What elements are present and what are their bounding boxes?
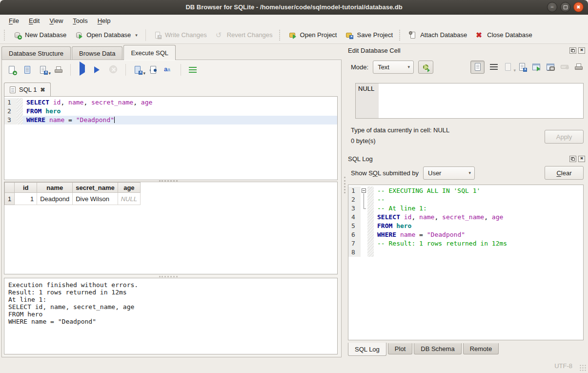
resize-grip[interactable]	[579, 364, 587, 372]
close-dock-icon[interactable]: ✖	[578, 156, 585, 162]
sql-editor[interactable]: 1SELECT id, name, secret_name, age2FROM …	[4, 96, 338, 180]
corner-header[interactable]	[5, 183, 15, 193]
save-sql-file-icon[interactable]: ▾	[38, 65, 48, 75]
print-icon[interactable]	[54, 65, 63, 75]
code-line[interactable]: 2--	[348, 195, 583, 204]
column-header-id[interactable]: id	[15, 183, 37, 193]
panel-tab-plot[interactable]: Plot	[388, 343, 412, 354]
panel-tab-remote[interactable]: Remote	[463, 343, 499, 354]
new-sql-tab-icon[interactable]	[7, 65, 17, 75]
execute-line-icon[interactable]	[93, 65, 103, 75]
code-line[interactable]: 4SELECT id, name, secret_name, age	[348, 213, 583, 222]
table-row: 1 1 Deadpond Dive Wilson NULL	[5, 193, 141, 205]
column-header-secret-name[interactable]: secret_name	[73, 183, 118, 193]
import-data-icon[interactable]: ▾	[503, 62, 513, 72]
menu-edit[interactable]: Edit	[24, 16, 44, 26]
execution-message[interactable]: Execution finished without errors. Resul…	[4, 278, 338, 354]
column-header-name[interactable]: name	[37, 183, 73, 193]
open-database-button[interactable]: Open Database ▾	[71, 29, 142, 41]
close-button[interactable]: ✖	[573, 2, 584, 12]
code-line[interactable]: 1SELECT id, name, secret_name, age	[4, 98, 337, 107]
write-changes-button[interactable]: Write Changes	[149, 29, 211, 41]
close-icon: ✖	[576, 5, 580, 10]
cell-age[interactable]: NULL	[118, 193, 140, 205]
new-database-button[interactable]: New Database	[9, 29, 71, 41]
main-area: Database Structure Browse Data Execute S…	[0, 44, 588, 358]
code-line[interactable]: 1-- EXECUTING ALL IN 'SQL 1'	[348, 186, 583, 195]
menu-view[interactable]: View	[44, 16, 68, 26]
set-null-icon[interactable]	[560, 62, 569, 72]
toolbar-separator	[181, 64, 181, 76]
cell-value: NULL	[358, 85, 374, 92]
apply-button[interactable]: Apply	[545, 130, 584, 144]
cell-id[interactable]: 1	[15, 193, 37, 205]
close-database-button[interactable]: ✖ Close Database	[471, 29, 537, 41]
export-results-icon[interactable]: ▾	[133, 65, 142, 75]
sql-log-title: SQL Log	[348, 155, 373, 163]
line-number: 1	[348, 186, 361, 195]
code-line[interactable]: 2FROM hero	[4, 107, 337, 116]
open-external-icon[interactable]	[531, 62, 541, 72]
stop-icon[interactable]	[109, 65, 119, 75]
revert-changes-icon: ↺	[216, 31, 223, 39]
close-tab-icon[interactable]: ✖	[40, 86, 45, 93]
close-dock-icon[interactable]: ✖	[578, 47, 585, 54]
export-data-icon[interactable]	[517, 62, 527, 72]
text-mode-button[interactable]	[470, 61, 485, 74]
execute-all-icon[interactable]	[78, 65, 87, 75]
word-wrap-icon[interactable]	[188, 65, 198, 75]
cell-name[interactable]: Deadpond	[37, 193, 73, 205]
attach-database-button[interactable]: Attach Database	[405, 29, 471, 41]
sql-log-view[interactable]: 1-- EXECUTING ALL IN 'SQL 1'2--3-- At li…	[348, 185, 584, 340]
print-icon[interactable]	[574, 62, 584, 72]
sql-log-filter-row: Show SQL submitted by User ▾ Clear	[351, 166, 584, 180]
submitted-by-select[interactable]: User ▾	[423, 166, 475, 180]
save-project-button[interactable]: Save Project	[341, 29, 397, 41]
fold-margin	[361, 248, 367, 257]
editor-margin	[367, 213, 374, 222]
panel-tab-sql-log[interactable]: SQL Log	[348, 343, 386, 356]
cell-secret-name[interactable]: Dive Wilson	[73, 193, 118, 205]
open-database-dropdown-icon[interactable]: ▾	[135, 33, 138, 38]
toolbar-grip[interactable]	[279, 30, 282, 41]
auto-switch-mode-button[interactable]	[418, 61, 433, 74]
tab-database-structure[interactable]: Database Structure	[1, 46, 71, 60]
float-dock-icon[interactable]	[569, 47, 576, 54]
code-line[interactable]: 5FROM hero	[348, 222, 583, 230]
code-line[interactable]: 7-- Result: 1 rows returned in 12ms	[348, 239, 583, 248]
code-line[interactable]: 3-- At line 1:	[348, 204, 583, 213]
code-line[interactable]: 8	[348, 248, 583, 257]
tab-browse-data[interactable]: Browse Data	[72, 46, 122, 60]
splitter-handle[interactable]	[159, 276, 178, 277]
open-project-button[interactable]: Open Project	[284, 29, 342, 41]
column-header-age[interactable]: age	[118, 183, 140, 193]
clear-log-button[interactable]: Clear	[545, 166, 584, 180]
fold-marker[interactable]	[361, 186, 367, 195]
revert-changes-button[interactable]: ↺ Revert Changes	[211, 29, 277, 41]
float-dock-icon[interactable]	[569, 156, 576, 162]
menu-help[interactable]: Help	[93, 16, 116, 26]
link-cell-icon[interactable]	[546, 62, 555, 72]
execute-sql-page: ▾ ▾ aa SQL 1	[1, 60, 342, 357]
menu-file[interactable]: File	[4, 16, 24, 26]
find-icon[interactable]	[148, 65, 158, 75]
open-sql-file-icon[interactable]	[22, 65, 32, 75]
minimize-button[interactable]: −	[547, 2, 557, 12]
mode-select[interactable]: Text ▾	[373, 61, 414, 74]
code-line[interactable]: 3WHERE name = "Deadpond"	[4, 116, 337, 124]
toolbar-grip[interactable]	[4, 30, 6, 41]
maximize-button[interactable]	[560, 2, 570, 12]
sql-1-tab[interactable]: SQL 1 ✖	[4, 83, 51, 96]
tab-execute-sql[interactable]: Execute SQL	[123, 45, 176, 60]
toolbar-grip[interactable]	[399, 30, 402, 41]
editor-margin	[367, 239, 374, 248]
format-sql-icon[interactable]: aa	[164, 65, 174, 75]
fold-margin	[361, 213, 367, 222]
word-wrap-icon[interactable]	[489, 62, 499, 72]
menu-tools[interactable]: Tools	[68, 16, 92, 26]
code-line[interactable]: 6WHERE name = "Deadpond"	[348, 230, 583, 239]
vertical-splitter[interactable]	[343, 44, 346, 358]
row-header[interactable]: 1	[5, 193, 15, 205]
panel-tab-db-schema[interactable]: DB Schema	[414, 343, 461, 354]
cell-editor[interactable]: NULL	[355, 83, 584, 119]
